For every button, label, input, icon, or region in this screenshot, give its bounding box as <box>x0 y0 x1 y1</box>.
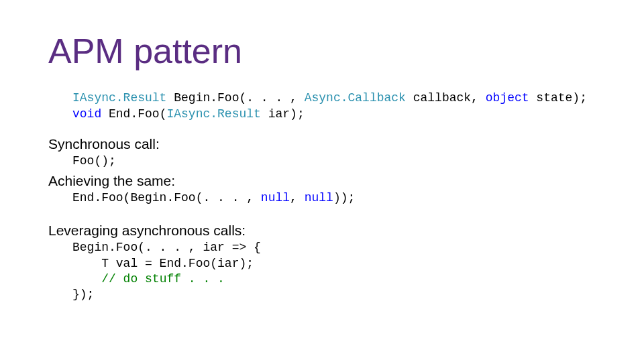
code-keyword: void <box>72 107 101 121</box>
sync-call-label: Synchronous call: <box>48 135 596 152</box>
code-text: Begin.Foo(. . . , <box>166 91 304 105</box>
code-text: , <box>290 191 305 204</box>
code-comment: // do stuff . . . <box>101 272 225 286</box>
code-text: state); <box>529 91 587 105</box>
slide: APM pattern IAsync.Result Begin.Foo(. . … <box>0 0 644 362</box>
signature-code: IAsync.Result Begin.Foo(. . . , Async.Ca… <box>72 90 596 122</box>
code-type: IAsync.Result <box>72 91 166 105</box>
code-text: End.Foo( <box>101 107 166 121</box>
code-keyword: null <box>305 191 333 204</box>
code-keyword: null <box>261 191 290 204</box>
code-text: }); <box>72 288 94 301</box>
leverage-code: Begin.Foo(. . . , iar => { T val = End.F… <box>72 240 596 303</box>
code-type: IAsync.Result <box>166 107 260 121</box>
code-type: Async.Callback <box>305 91 406 105</box>
leverage-label: Leveraging asynchronous calls: <box>48 222 596 239</box>
code-text: Begin.Foo(. . . , iar => { <box>72 241 261 254</box>
code-text: iar); <box>261 107 305 121</box>
code-keyword: object <box>486 91 529 105</box>
sync-code: Foo(); <box>72 154 596 169</box>
achieve-code: End.Foo(Begin.Foo(. . . , null, null)); <box>72 190 596 206</box>
slide-title: APM pattern <box>48 32 596 70</box>
code-text <box>72 272 101 286</box>
code-text: T val = End.Foo(iar); <box>72 257 254 270</box>
code-text: End.Foo(Begin.Foo(. . . , <box>72 191 261 204</box>
achieve-label: Achieving the same: <box>48 172 596 189</box>
code-text: callback, <box>406 91 486 105</box>
code-text: )); <box>333 191 355 204</box>
